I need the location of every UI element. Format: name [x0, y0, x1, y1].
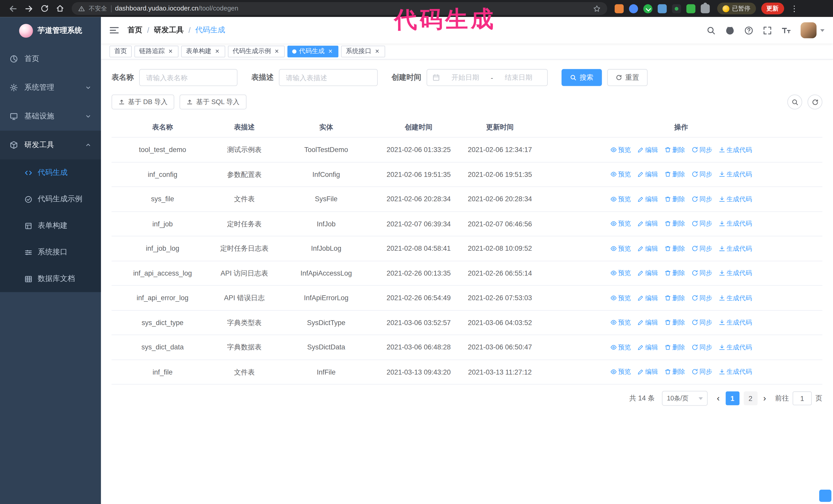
tag-home[interactable]: 首页	[110, 45, 132, 57]
table-desc-input[interactable]	[279, 69, 378, 86]
tag-code-generation[interactable]: 代码生成×	[287, 45, 338, 57]
sidebar-item-home[interactable]: 首页	[0, 45, 101, 73]
extension-icon[interactable]	[658, 4, 667, 13]
table-name-input[interactable]	[139, 69, 237, 86]
preview-link[interactable]: 预览	[610, 194, 631, 204]
delete-link[interactable]: 删除	[664, 318, 685, 327]
sync-link[interactable]: 同步	[691, 293, 712, 303]
tag-system-api[interactable]: 系统接口×	[341, 45, 385, 57]
browser-home-icon[interactable]	[56, 4, 64, 13]
tag-tracing[interactable]: 链路追踪×	[134, 45, 178, 57]
sync-link[interactable]: 同步	[691, 342, 712, 352]
generate-code-link[interactable]: 生成代码	[718, 367, 752, 377]
goto-page-input[interactable]	[792, 391, 812, 405]
edit-link[interactable]: 编辑	[637, 243, 658, 253]
font-size-icon[interactable]	[782, 26, 791, 34]
sidebar-item-system-management[interactable]: 系统管理	[0, 73, 101, 102]
preview-link[interactable]: 预览	[610, 145, 631, 154]
extension-icon[interactable]	[643, 4, 652, 13]
extension-icon[interactable]	[672, 4, 681, 13]
edit-link[interactable]: 编辑	[637, 169, 658, 179]
preview-link[interactable]: 预览	[610, 318, 631, 327]
sidebar-item-database-doc[interactable]: 数据库文档	[0, 266, 101, 292]
sync-link[interactable]: 同步	[691, 194, 712, 204]
close-icon[interactable]: ×	[273, 48, 280, 55]
bookmark-star-icon[interactable]	[593, 5, 601, 13]
browser-forward-icon[interactable]	[24, 4, 33, 13]
sync-link[interactable]: 同步	[691, 268, 712, 278]
reset-button[interactable]: 重置	[607, 69, 648, 86]
edit-link[interactable]: 编辑	[637, 367, 658, 377]
edit-link[interactable]: 编辑	[637, 293, 658, 303]
search-button[interactable]: 搜索	[562, 69, 602, 86]
preview-link[interactable]: 预览	[610, 169, 631, 179]
app-logo[interactable]: 芋道管理系统	[0, 17, 101, 45]
generate-code-link[interactable]: 生成代码	[718, 243, 752, 253]
delete-link[interactable]: 删除	[664, 268, 685, 278]
close-icon[interactable]: ×	[214, 48, 220, 55]
hamburger-icon[interactable]	[110, 26, 119, 34]
edit-link[interactable]: 编辑	[637, 318, 658, 327]
sync-link[interactable]: 同步	[691, 243, 712, 253]
extension-icon[interactable]	[615, 4, 624, 13]
edit-link[interactable]: 编辑	[637, 145, 658, 154]
delete-link[interactable]: 删除	[664, 169, 685, 179]
sidebar-item-dev-tools[interactable]: 研发工具	[0, 131, 101, 160]
page-button-1[interactable]: 1	[725, 391, 739, 405]
close-icon[interactable]: ×	[167, 48, 174, 55]
extension-icon[interactable]	[686, 4, 695, 13]
preview-link[interactable]: 预览	[610, 293, 631, 303]
sync-link[interactable]: 同步	[691, 318, 712, 327]
sidebar-item-code-generation-example[interactable]: 代码生成示例	[0, 186, 101, 213]
delete-link[interactable]: 删除	[664, 194, 685, 204]
sidebar-item-system-api[interactable]: 系统接口	[0, 239, 101, 266]
page-button-2[interactable]: 2	[743, 391, 757, 405]
close-icon[interactable]: ×	[374, 48, 380, 55]
sidebar-item-infrastructure[interactable]: 基础设施	[0, 102, 101, 131]
create-time-range-picker[interactable]: 开始日期 - 结束日期	[427, 69, 548, 86]
extensions-puzzle-icon[interactable]	[701, 4, 710, 13]
delete-link[interactable]: 删除	[664, 293, 685, 303]
generate-code-link[interactable]: 生成代码	[718, 145, 752, 154]
generate-code-link[interactable]: 生成代码	[718, 268, 752, 278]
breadcrumb-home[interactable]: 首页	[127, 25, 142, 35]
preview-link[interactable]: 预览	[610, 367, 631, 377]
preview-link[interactable]: 预览	[610, 243, 631, 253]
delete-link[interactable]: 删除	[664, 219, 685, 229]
breadcrumb-dev-tools[interactable]: 研发工具	[154, 25, 184, 35]
generate-code-link[interactable]: 生成代码	[718, 219, 752, 229]
sidebar-item-form-builder[interactable]: 表单构建	[0, 213, 101, 239]
update-button[interactable]: 更新	[761, 3, 784, 14]
edit-link[interactable]: 编辑	[637, 342, 658, 352]
tag-code-gen-example[interactable]: 代码生成示例×	[228, 45, 285, 57]
generate-code-link[interactable]: 生成代码	[718, 318, 752, 327]
tag-form-builder[interactable]: 表单构建×	[181, 45, 225, 57]
delete-link[interactable]: 删除	[664, 243, 685, 253]
prev-page-icon[interactable]: ‹	[715, 394, 721, 403]
edit-link[interactable]: 编辑	[637, 194, 658, 204]
sync-link[interactable]: 同步	[691, 169, 712, 179]
refresh-table-button[interactable]	[808, 95, 823, 110]
back-to-top-button[interactable]	[819, 490, 831, 502]
help-icon[interactable]	[744, 26, 753, 34]
search-icon[interactable]	[707, 26, 716, 34]
import-from-sql-button[interactable]: 基于 SQL 导入	[180, 95, 246, 110]
extension-icon[interactable]	[629, 4, 638, 13]
toggle-search-button[interactable]	[787, 95, 802, 110]
sidebar-item-code-generation[interactable]: 代码生成	[0, 160, 101, 186]
browser-reload-icon[interactable]	[41, 4, 49, 13]
generate-code-link[interactable]: 生成代码	[718, 194, 752, 204]
generate-code-link[interactable]: 生成代码	[718, 293, 752, 303]
paused-badge[interactable]: 已暂停	[717, 3, 756, 14]
fullscreen-icon[interactable]	[763, 26, 772, 34]
delete-link[interactable]: 删除	[664, 145, 685, 154]
generate-code-link[interactable]: 生成代码	[718, 169, 752, 179]
preview-link[interactable]: 预览	[610, 268, 631, 278]
address-bar[interactable]: 不安全 dashboard.yudao.iocoder.cn/tool/code…	[72, 2, 607, 15]
user-menu[interactable]	[801, 22, 825, 38]
browser-menu-icon[interactable]: ⋮	[787, 4, 802, 13]
sync-link[interactable]: 同步	[691, 145, 712, 154]
browser-back-icon[interactable]	[8, 4, 18, 13]
next-page-icon[interactable]: ›	[762, 394, 768, 403]
edit-link[interactable]: 编辑	[637, 219, 658, 229]
